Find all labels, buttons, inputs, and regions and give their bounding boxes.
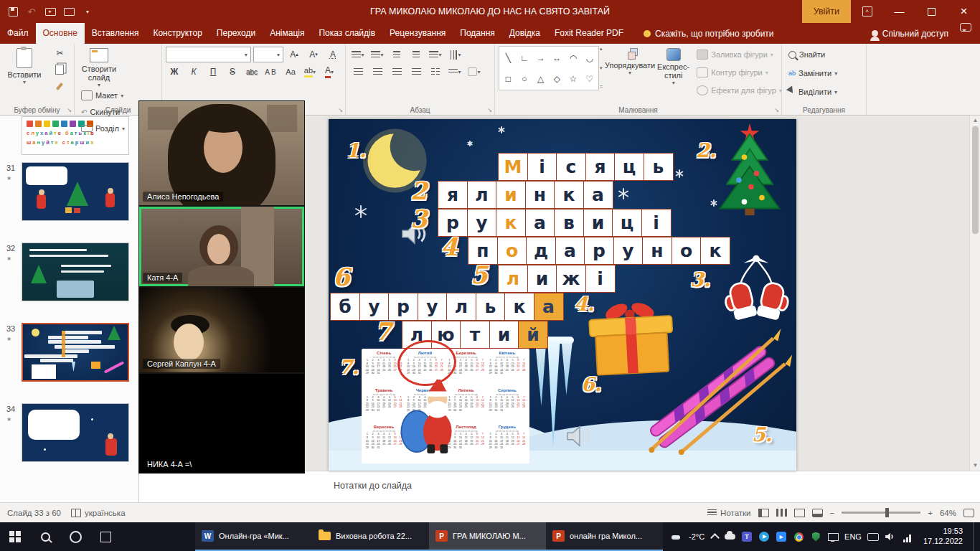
language-status[interactable]: українська (71, 509, 126, 517)
notes-placeholder[interactable]: Нотатки до слайда (334, 481, 412, 491)
maximize-button[interactable] (915, 0, 948, 23)
shape-effects-button[interactable]: Ефекти для фігур▾ (697, 83, 782, 98)
align-left-button[interactable] (349, 65, 367, 79)
touch-keyboard-icon[interactable] (867, 531, 879, 542)
layout-button[interactable]: Макет▾ (81, 88, 125, 103)
taskbar-app-powerpoint-active[interactable]: P ГРА МИКОЛАЮ М... (429, 522, 546, 551)
select-button[interactable]: Виділити▾ (788, 85, 837, 99)
tab-design[interactable]: Конструктор (146, 23, 209, 44)
shrink-font-button[interactable]: A▾ (305, 47, 322, 62)
close-button[interactable]: × (948, 0, 980, 23)
clear-formatting-button[interactable]: A (324, 47, 341, 62)
shapes-gallery[interactable]: ╲ ∟ → ↔ ◠ ◡ □ ○ △ ◇ ☆ ♡ (499, 46, 599, 90)
start-slideshow-icon[interactable]: ▸ (44, 6, 56, 17)
input-language-indicator[interactable]: ENG (844, 532, 862, 541)
cut-button[interactable]: ✂ (51, 46, 68, 60)
thumbnail-slide-31[interactable]: 31 ★ (0, 162, 138, 222)
font-size-combo[interactable]: ▾ (253, 47, 283, 62)
minimize-button[interactable]: — (883, 0, 915, 23)
shape-triangle-icon[interactable]: △ (537, 74, 544, 84)
tab-view[interactable]: Подання (453, 23, 501, 44)
shape-rectangle-icon[interactable]: □ (506, 74, 511, 84)
strikethrough-button[interactable]: S (224, 65, 241, 79)
text-direction-button[interactable]: ▾ (446, 47, 463, 62)
notes-toggle[interactable]: Нотатки (707, 509, 750, 517)
character-spacing-button[interactable]: АВ (263, 65, 280, 79)
tab-file[interactable]: Файл (0, 23, 36, 44)
reading-view-button[interactable] (794, 509, 805, 517)
font-color-button[interactable]: А▾ (321, 65, 338, 79)
bullets-button[interactable]: ▾ (349, 47, 367, 62)
format-painter-button[interactable] (51, 79, 68, 93)
participant-video[interactable]: Алиса Непогодьева (138, 100, 305, 206)
tell-me-box[interactable]: Скажіть, що потрібно зробити (644, 23, 774, 44)
grow-font-button[interactable]: A▴ (286, 47, 303, 62)
normal-view-button[interactable] (758, 509, 769, 517)
moon-image[interactable] (356, 123, 440, 198)
columns-button[interactable] (427, 65, 444, 79)
slideshow-view-button[interactable] (812, 509, 823, 517)
start-button[interactable] (0, 522, 30, 551)
hidden-icons-chevron[interactable] (710, 533, 720, 542)
volume-icon[interactable] (885, 531, 896, 542)
drawing-dialog-launcher[interactable]: ↘ (774, 107, 779, 113)
tab-transitions[interactable]: Переходи (209, 23, 263, 44)
zoom-app-icon[interactable]: ▸ (776, 531, 787, 542)
participant-video-camera-off[interactable]: НИКА 4-А =\ (138, 373, 305, 474)
defender-shield-icon[interactable] (810, 531, 821, 542)
replace-button[interactable]: abЗамінити▾ (788, 66, 837, 80)
tab-insert[interactable]: Вставлення (85, 23, 146, 44)
shape-curve-icon[interactable]: ◡ (585, 53, 593, 63)
shape-star-icon[interactable]: ☆ (570, 74, 578, 84)
shape-outline-button[interactable]: Контур фігури▾ (697, 65, 782, 80)
comments-icon[interactable] (960, 23, 971, 32)
section-button[interactable]: Розділ▾ (81, 121, 125, 136)
taskbar-app-powerpoint[interactable]: P онлайн гра Микол... (546, 522, 663, 551)
increase-indent-button[interactable] (407, 47, 425, 62)
fit-slide-button[interactable] (963, 509, 974, 517)
decrease-indent-button[interactable] (388, 47, 405, 62)
text-shadow-button[interactable]: abc (243, 65, 260, 79)
shapes-more-icon[interactable]: = (600, 84, 603, 89)
justify-button[interactable] (407, 65, 425, 79)
scrollbar-thumb[interactable] (972, 126, 979, 234)
shapes-scroll-down-icon[interactable]: ▾ (600, 65, 603, 71)
thumbnail-slide-32[interactable]: 32 ★ (0, 242, 138, 303)
audio-speaker-icon[interactable] (565, 423, 594, 449)
slide-canvas[interactable]: Січеньпн вт ср чт пт сб нд12345678910111… (329, 119, 796, 471)
change-case-button[interactable]: Аа (282, 65, 299, 79)
participant-video[interactable]: Сергей Каплун 4-А (138, 287, 305, 373)
weather-widget[interactable]: -2°C (674, 532, 705, 541)
shape-diamond-icon[interactable]: ◇ (554, 74, 560, 84)
clock[interactable]: 19:53 17.12.2022 (923, 527, 963, 547)
presenter-view-icon[interactable] (63, 6, 75, 17)
save-icon[interactable] (7, 6, 19, 17)
arrange-button[interactable]: Упорядкувати ▾ (607, 46, 653, 76)
chrome-icon[interactable] (793, 531, 804, 542)
onedrive-icon[interactable] (724, 531, 735, 542)
zoom-slider[interactable] (842, 512, 920, 514)
font-name-combo[interactable]: ▾ (166, 47, 251, 62)
shape-line-icon[interactable]: ╲ (506, 53, 511, 63)
notes-pane[interactable]: Нотатки до слайда (138, 471, 980, 503)
tab-animations[interactable]: Анімація (263, 23, 311, 44)
zoom-level[interactable]: 64% (940, 509, 956, 517)
thumbnail-slide-33-selected[interactable]: 33 ★ (0, 323, 138, 383)
shape-heart-icon[interactable]: ♡ (585, 74, 593, 84)
shape-elbow-icon[interactable]: ∟ (520, 53, 529, 63)
shape-arc-icon[interactable]: ◠ (570, 53, 577, 63)
show-desktop-button[interactable] (973, 522, 977, 551)
numbering-button[interactable]: ▾ (369, 47, 386, 62)
tab-foxit[interactable]: Foxit Reader PDF (547, 23, 631, 44)
paragraph-dialog-launcher[interactable]: ↘ (487, 107, 492, 113)
quick-styles-button[interactable]: Експрес-стилі ▾ (657, 46, 689, 86)
copy-button[interactable] (51, 62, 68, 77)
align-center-button[interactable] (369, 65, 386, 79)
mittens-image[interactable] (720, 245, 793, 333)
christmas-tree-image[interactable] (715, 122, 785, 217)
network-icon[interactable] (902, 531, 913, 542)
tab-slideshow[interactable]: Показ слайдів (311, 23, 382, 44)
shape-arrow-icon[interactable]: → (537, 53, 545, 63)
clipboard-dialog-launcher[interactable]: ↘ (67, 107, 72, 113)
undo-icon[interactable]: ↶ (26, 6, 37, 17)
